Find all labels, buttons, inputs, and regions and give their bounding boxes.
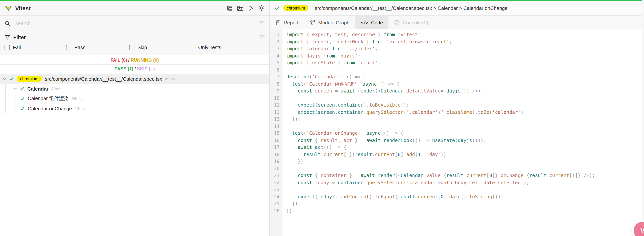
checkbox-label: Fail	[13, 45, 21, 50]
search-bar	[0, 16, 269, 31]
test-duration: 49ms	[51, 86, 61, 91]
tab-bar: Report Module Graph </> Code Console (0)	[270, 16, 644, 29]
line-number: 22	[270, 179, 282, 186]
code-line: 17 await act(() => {	[270, 144, 644, 151]
checkbox-label: Pass	[74, 45, 86, 50]
checkbox-box[interactable]	[190, 45, 195, 50]
line-number: 17	[270, 144, 282, 151]
clear-filters-icon[interactable]	[259, 35, 265, 40]
run-all-icon[interactable]	[248, 5, 254, 11]
code-line: 8 test('Calendar 组件渲染', async () => {	[270, 80, 644, 87]
line-number: 19	[270, 158, 282, 165]
summary-fail[interactable]: FAIL (0)	[110, 57, 127, 63]
sidebar-toolbar	[226, 5, 265, 11]
checkbox-only-tests[interactable]: Only Tests	[190, 45, 221, 50]
checkbox-box[interactable]	[66, 45, 72, 50]
tree-row[interactable]: chromiumsrc/components/Calendar/__test__…	[0, 74, 269, 84]
line-number: 21	[270, 172, 282, 179]
test-duration: 49ms	[165, 76, 175, 81]
code-line: 22 const today = container.querySelector…	[270, 179, 644, 186]
tab-console[interactable]: Console (0)	[389, 16, 434, 29]
tree-row[interactable]: Calendar 组件渲染35ms	[0, 94, 269, 103]
code-line: 15 test('Calendar onChange', async () =>…	[270, 130, 644, 137]
tree-row-label: src/components/Calendar/__test__/Calenda…	[45, 76, 162, 82]
chevron-down-icon[interactable]	[13, 86, 18, 91]
checkbox-label: Only Tests	[198, 45, 221, 50]
console-icon	[394, 20, 400, 25]
line-number: 8	[270, 80, 282, 87]
browser-badge: chromium	[17, 76, 42, 82]
tab-code[interactable]: </> Code	[355, 16, 389, 29]
line-number: 4	[270, 52, 282, 59]
line-number: 13	[270, 116, 282, 123]
code-line: 12 expect(screen.container.querySelector…	[270, 109, 644, 116]
line-number: 9	[270, 87, 282, 95]
tab-report[interactable]: Report	[270, 16, 304, 29]
checkbox-skip[interactable]: Skip	[129, 45, 190, 50]
detail-header: chromium src/components/Calendar/__test_…	[270, 1, 644, 16]
checkbox-fail[interactable]: Fail	[4, 45, 66, 50]
pass-check-icon	[20, 106, 25, 111]
line-number: 2	[270, 38, 282, 45]
code-line: 21 const { container } = await render(<C…	[270, 172, 644, 179]
code-line: 20	[270, 165, 644, 172]
browser-badge: chromium	[283, 5, 308, 11]
tree-view-icon[interactable]	[226, 5, 233, 11]
tab-label: Module Graph	[318, 20, 350, 25]
code-viewer[interactable]: 1import { expect, test, describe } from …	[270, 29, 644, 236]
tree-row-label: Calendar	[27, 86, 48, 91]
summary-running[interactable]: RUNNING (0)	[130, 57, 159, 63]
tab-label: Code	[371, 20, 383, 25]
filter-checkboxes: Fail Pass Skip Only Tests	[4, 45, 265, 50]
vitest-logo-icon	[4, 4, 12, 12]
filter-icon	[4, 35, 10, 40]
module-graph-icon	[310, 20, 316, 25]
line-number: 16	[270, 137, 282, 144]
dashboard-icon[interactable]	[237, 5, 244, 11]
app-title: Vitest	[15, 5, 30, 11]
code-line: 19 })	[270, 158, 644, 165]
code-line: 14	[270, 123, 644, 130]
tab-label: Console (0)	[403, 20, 428, 25]
tree-row-label: Calendar onChange	[28, 106, 72, 111]
test-tree: chromiumsrc/components/Calendar/__test__…	[0, 74, 269, 236]
code-line: 16 const { result, act } = await renderH…	[270, 137, 644, 144]
code-line: 6	[270, 66, 644, 73]
filter-title: Filter	[13, 35, 256, 40]
line-number: 23	[270, 186, 282, 193]
code-line: 18 result.current[1](result.current[0].a…	[270, 151, 644, 158]
code-line: 23	[270, 186, 644, 193]
tree-row[interactable]: Calendar onChange13ms	[0, 103, 269, 113]
search-input[interactable]	[14, 20, 256, 27]
summary-skip[interactable]: SKIP (--)	[137, 66, 155, 72]
summary-separator: /	[133, 66, 137, 72]
code-line: 11 expect(screen.container).toBeVisible(…	[270, 102, 644, 109]
code-line: 26})	[270, 207, 644, 214]
tab-module-graph[interactable]: Module Graph	[304, 16, 355, 29]
scrollbar-track[interactable]	[642, 0, 644, 236]
code-line: 25 })	[270, 200, 644, 207]
theme-toggle-icon[interactable]	[258, 5, 265, 11]
vitest-logo[interactable]: Vitest	[4, 4, 30, 12]
summary-pass[interactable]: PASS (1)	[114, 66, 134, 72]
line-number: 10	[270, 95, 282, 102]
sidebar: Vitest	[0, 1, 270, 236]
line-number: 12	[270, 109, 282, 116]
line-number: 15	[270, 130, 282, 137]
tab-label: Report	[284, 20, 298, 25]
tree-row[interactable]: Calendar49ms	[0, 84, 269, 94]
line-number: 5	[270, 59, 282, 66]
code-line: 4import dayjs from 'dayjs';	[270, 52, 644, 59]
checkbox-pass[interactable]: Pass	[66, 45, 129, 50]
tree-guide	[16, 94, 16, 113]
line-number: 20	[270, 165, 282, 172]
code-line: 9 const screen = await render(<Calendar …	[270, 87, 644, 95]
clear-search-filter-icon[interactable]	[259, 20, 265, 26]
checkbox-box[interactable]	[4, 45, 10, 50]
breadcrumb: src/components/Calendar/__test__/Calenda…	[315, 5, 508, 11]
code-line: 5import { useState } from 'react';	[270, 59, 644, 66]
chevron-down-icon[interactable]	[2, 76, 7, 81]
summary-separator: /	[127, 57, 130, 63]
code-line: 13 });	[270, 116, 644, 123]
checkbox-box[interactable]	[129, 45, 134, 50]
